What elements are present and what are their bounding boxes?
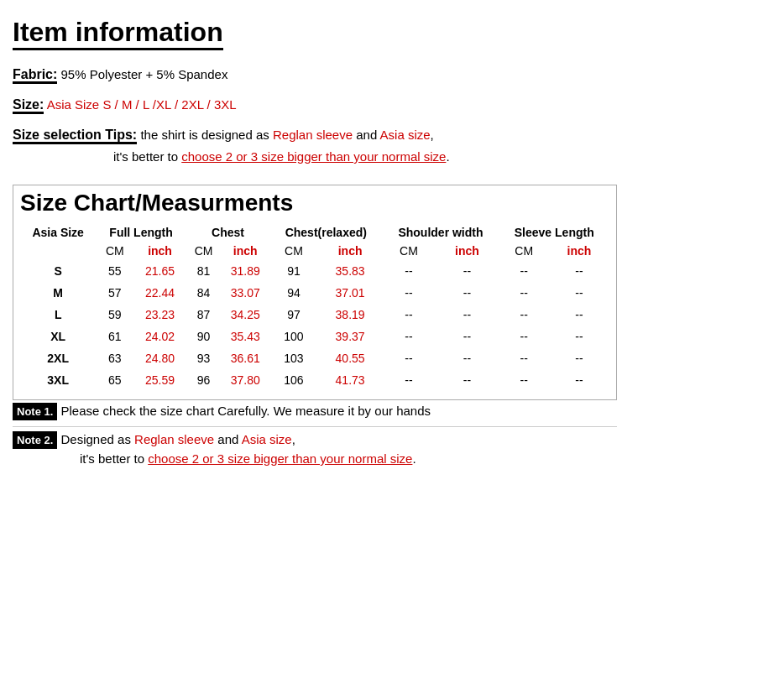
note2-and: and	[214, 432, 242, 446]
table-row: M 57 22.44 84 33.07 94 37.01 -- -- -- --	[20, 282, 609, 304]
col-shoulder-width: Shoulder width	[382, 223, 499, 242]
cell-chr-in: 41.73	[318, 369, 383, 391]
tips-label: Size selection Tips:	[13, 128, 137, 144]
size-label: Size:	[13, 97, 44, 114]
col-chest-relaxed: Chest(relaxed)	[269, 223, 382, 242]
cell-fl-cm: 61	[96, 326, 133, 347]
cell-fl-cm: 65	[96, 369, 133, 391]
cell-sw-cm: --	[382, 282, 435, 304]
table-row: S 55 21.65 81 31.89 91 35.83 -- -- -- --	[20, 260, 609, 282]
cell-fl-in: 23.23	[133, 304, 186, 326]
cell-sw-cm: --	[382, 369, 435, 391]
size-section: Size: Asia Size S / M / L /XL / 2XL / 3X…	[13, 97, 771, 112]
table-row: 2XL 63 24.80 93 36.61 103 40.55 -- -- --…	[20, 347, 609, 369]
cell-sl-in: --	[549, 326, 609, 347]
cell-sl-in: --	[549, 347, 609, 369]
tips-and: and	[353, 128, 380, 142]
fabric-value: 95% Polyester + 5% Spandex	[61, 67, 228, 81]
fabric-section: Fabric: 95% Polyester + 5% Spandex	[13, 67, 771, 82]
cell-chr-cm: 100	[269, 326, 318, 347]
tips-section: Size selection Tips: the shirt is design…	[13, 128, 771, 164]
cell-chr-cm: 106	[269, 369, 318, 391]
col-asia-size: Asia Size	[20, 223, 96, 242]
note2-link[interactable]: choose 2 or 3 size bigger than your norm…	[148, 451, 412, 466]
size-value: Asia Size S / M / L /XL / 2XL / 3XL	[47, 97, 237, 112]
cell-sl-cm: --	[499, 347, 549, 369]
cell-sw-in: --	[435, 326, 499, 347]
cell-fl-in: 24.02	[133, 326, 186, 347]
cell-sw-cm: --	[382, 347, 435, 369]
cell-ch-in: 33.07	[221, 282, 269, 304]
tips-comma: ,	[431, 128, 434, 142]
cell-fl-in: 24.80	[133, 347, 186, 369]
cell-sw-cm: --	[382, 304, 435, 326]
cell-sl-cm: --	[499, 326, 549, 347]
note2-label: Note 2.	[13, 431, 57, 449]
cell-sw-in: --	[435, 369, 499, 391]
cell-size: M	[20, 282, 96, 304]
note2-tips: it's better to choose 2 or 3 size bigger…	[80, 451, 617, 466]
size-chart-section: Size Chart/Measurments Asia Size Full Le…	[13, 185, 617, 400]
cell-size: L	[20, 304, 96, 326]
table-header-row: Asia Size Full Length Chest Chest(relaxe…	[20, 223, 609, 242]
unit-ch-cm: CM	[186, 242, 222, 260]
cell-chr-cm: 97	[269, 304, 318, 326]
col-full-length: Full Length	[96, 223, 186, 242]
cell-sw-cm: --	[382, 260, 435, 282]
cell-fl-cm: 63	[96, 347, 133, 369]
cell-fl-in: 22.44	[133, 282, 186, 304]
cell-sl-cm: --	[499, 304, 549, 326]
cell-fl-in: 25.59	[133, 369, 186, 391]
note2-red2: Asia size	[242, 432, 292, 446]
tips-red1: Reglan sleeve	[273, 128, 353, 142]
unit-chr-cm: CM	[269, 242, 318, 260]
cell-fl-cm: 59	[96, 304, 133, 326]
cell-sl-cm: --	[499, 369, 549, 391]
cell-fl-cm: 55	[96, 260, 133, 282]
cell-size: S	[20, 260, 96, 282]
cell-ch-in: 35.43	[221, 326, 269, 347]
size-table: Asia Size Full Length Chest Chest(relaxe…	[20, 223, 609, 391]
cell-ch-cm: 93	[186, 347, 222, 369]
note2-tips-pre: it's better to	[80, 451, 148, 466]
cell-sw-in: --	[435, 260, 499, 282]
tips-text: the shirt is designed as	[140, 128, 273, 142]
cell-ch-cm: 81	[186, 260, 222, 282]
unit-sw-in: inch	[435, 242, 499, 260]
unit-sw-cm: CM	[382, 242, 435, 260]
tips-line2: it's better to choose 2 or 3 size bigger…	[113, 149, 771, 164]
cell-chr-in: 39.37	[318, 326, 383, 347]
col-chest: Chest	[186, 223, 269, 242]
tips-line1: Size selection Tips: the shirt is design…	[13, 128, 771, 143]
cell-size: XL	[20, 326, 96, 347]
unit-fl-in: inch	[133, 242, 186, 260]
cell-sl-in: --	[549, 260, 609, 282]
cell-sw-cm: --	[382, 326, 435, 347]
cell-sl-in: --	[549, 282, 609, 304]
note1-row: Note 1. Please check the size chart Care…	[13, 404, 617, 418]
cell-chr-cm: 91	[269, 260, 318, 282]
cell-sw-in: --	[435, 347, 499, 369]
cell-chr-cm: 94	[269, 282, 318, 304]
cell-ch-in: 37.80	[221, 369, 269, 391]
note1-label: Note 1.	[13, 403, 57, 420]
cell-ch-in: 36.61	[221, 347, 269, 369]
note2-row: Note 2. Designed as Reglan sleeve and As…	[13, 426, 617, 466]
page-title: Item information	[13, 17, 223, 50]
table-unit-row: CM inch CM inch CM inch CM inch CM inch	[20, 242, 609, 260]
cell-ch-in: 31.89	[221, 260, 269, 282]
tips-line2-post: .	[446, 149, 449, 164]
table-row: XL 61 24.02 90 35.43 100 39.37 -- -- -- …	[20, 326, 609, 347]
cell-fl-in: 21.65	[133, 260, 186, 282]
cell-size: 2XL	[20, 347, 96, 369]
cell-sl-cm: --	[499, 260, 549, 282]
cell-sw-in: --	[435, 282, 499, 304]
tips-red2: Asia size	[380, 128, 431, 142]
note1-text: Please check the size chart Carefully. W…	[61, 404, 431, 418]
tips-link[interactable]: choose 2 or 3 size bigger than your norm…	[181, 149, 446, 164]
cell-fl-cm: 57	[96, 282, 133, 304]
cell-chr-in: 35.83	[318, 260, 383, 282]
cell-sw-in: --	[435, 304, 499, 326]
unit-chr-in: inch	[318, 242, 383, 260]
cell-ch-in: 34.25	[221, 304, 269, 326]
